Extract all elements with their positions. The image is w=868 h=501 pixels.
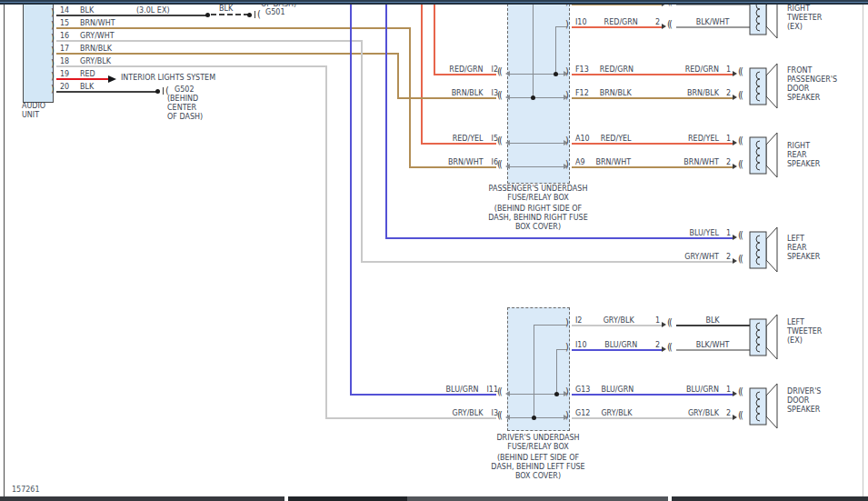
connector-icon: ) <box>565 318 567 327</box>
ground-id-label: G502 <box>175 85 194 95</box>
box-input-label: BLU/GRNI11 <box>404 386 498 395</box>
connector-icon: ) <box>565 20 567 29</box>
speaker-terminal-icon: (( <box>738 411 742 420</box>
ground-icon: ( <box>257 10 259 19</box>
taskbar-segment[interactable] <box>0 496 284 501</box>
arrowhead-icon <box>505 391 510 396</box>
pin20-connector-icon: ) <box>51 85 53 94</box>
connector-icon: (( <box>497 387 501 396</box>
arrowhead-icon <box>662 24 666 29</box>
ground-location-note: (BEHIND CENTER OF DASH) <box>167 95 203 122</box>
connector-icon: (( <box>667 20 671 29</box>
taskbar-segment[interactable] <box>288 496 407 501</box>
diagram-id: 157261 <box>12 486 40 495</box>
box-input-label: RED/GRNI2 <box>404 65 498 75</box>
wire-red-pin19 <box>56 78 108 80</box>
speaker-terminal-icon: (( <box>738 255 742 264</box>
passenger-underdash-fuse-relay-box <box>507 0 570 184</box>
speaker-name: LEFT REAR SPEAKER <box>787 235 820 262</box>
wire-color-label: BLK <box>676 316 749 326</box>
pin17-connector-icon: ) <box>51 46 53 55</box>
box-internal-line <box>509 417 567 418</box>
box-internal-line <box>556 349 557 396</box>
box-input-label: BRN/WHTI6 <box>404 158 498 167</box>
connector-icon: (( <box>497 136 501 145</box>
speaker-wire-label: BRN/WHT2 <box>640 158 731 167</box>
system-arrow-icon <box>108 75 116 83</box>
audio-unit-box <box>23 0 54 103</box>
wire-gry-wht-vertical <box>361 40 363 263</box>
speaker-name: RIGHT TWEETER (EX) <box>787 5 822 32</box>
box-internal-line <box>509 74 567 75</box>
arrowhead-icon <box>733 391 737 396</box>
connector-icon: ) <box>565 91 567 100</box>
arrowhead-icon <box>733 95 737 100</box>
passenger-box-note: (BEHIND RIGHT SIDE OF DASH, BEHIND RIGHT… <box>465 205 611 232</box>
wire-gry-blk-tweeter <box>572 325 662 326</box>
arrowhead-icon <box>733 415 737 420</box>
arrowhead-icon <box>505 164 510 169</box>
arrowhead-icon <box>505 95 510 100</box>
right-rear-speaker-icon <box>749 131 782 180</box>
taskbar-segment[interactable] <box>672 496 868 501</box>
splice-dot <box>205 13 210 17</box>
junction-dot <box>554 392 559 396</box>
box-input-label: BRN/BLKI3 <box>404 89 498 98</box>
wire-blk-dashed <box>211 14 249 15</box>
arrowhead-icon <box>662 346 666 352</box>
taskbar-edge <box>0 496 868 501</box>
front-passenger-door-speaker-icon <box>749 62 782 111</box>
audio-unit-label: AUDIO UNIT <box>22 102 45 120</box>
taskbar-segment[interactable] <box>407 496 668 501</box>
box-internal-line <box>534 325 567 326</box>
wire-blu-yel-vertical <box>385 5 387 239</box>
destination-system-label: INTERIOR LIGHTS SYSTEM <box>121 74 215 83</box>
wiring-diagram-page: AUDIO UNIT ) ) ) ) ) ) ) 14 BLK 15 BRN/W… <box>0 0 868 501</box>
pin14-connector-icon: ) <box>51 8 53 17</box>
wire-blk-pin20 <box>56 91 158 93</box>
page-border-left <box>4 5 5 496</box>
engine-variant-label: (3.0L EX) <box>136 6 170 15</box>
ground-icon <box>163 87 164 95</box>
connector-icon: ) <box>565 160 567 169</box>
wire-color-label: BLK/WHT <box>676 341 749 350</box>
left-tweeter-icon <box>749 313 782 362</box>
connector-icon: ) <box>565 136 567 145</box>
ground-icon <box>254 11 255 18</box>
wire-gry-blk <box>56 65 327 67</box>
box-internal-line <box>555 26 556 74</box>
speaker-wire-label: RED/GRN1 <box>640 65 731 75</box>
box-internal-line <box>509 166 567 167</box>
pin18-connector-icon: ) <box>51 59 53 68</box>
connector-icon: ) <box>565 387 567 396</box>
wire-blk-pin14 <box>56 15 207 16</box>
speaker-terminal-icon: (( <box>738 91 742 100</box>
wire-brn-blk-vertical <box>397 53 399 99</box>
junction-dot <box>554 72 558 76</box>
wire-blu-grn-vertical <box>350 5 352 396</box>
connector-icon: (( <box>497 411 501 420</box>
driver-box-title: DRIVER'S UNDERDASH FUSE/RELAY BOX <box>465 434 611 452</box>
connector-icon: (( <box>497 160 501 169</box>
speaker-terminal-icon: (( <box>738 231 742 240</box>
driver-underdash-fuse-relay-box <box>507 307 570 431</box>
speaker-name: RIGHT REAR SPEAKER <box>787 142 820 169</box>
box-internal-line <box>533 4 534 97</box>
connector-icon: ) <box>565 67 567 76</box>
pin15-connector-icon: ) <box>51 21 53 30</box>
box-input-label: RED/YELI5 <box>404 135 498 144</box>
arrowhead-icon <box>505 71 510 76</box>
wire-brn-wht <box>56 27 411 29</box>
box-input-label: GRY/BLKI3 <box>404 409 498 418</box>
pin19-connector-icon: ) <box>51 72 53 81</box>
left-rear-speaker-icon <box>749 225 782 275</box>
connector-icon: (( <box>667 343 671 352</box>
speaker-name: FRONT PASSENGER'S DOOR SPEAKER <box>787 66 837 103</box>
speaker-wire-label: RED/YEL1 <box>640 135 731 144</box>
speaker-wire-label: BLU/YEL1 <box>640 229 731 238</box>
speaker-terminal-icon: (( <box>738 387 742 396</box>
connector-icon: ) <box>565 343 567 352</box>
wire-brn-blk <box>56 53 399 55</box>
ground-splice-dot <box>155 89 160 94</box>
connector-icon: (( <box>667 318 671 327</box>
